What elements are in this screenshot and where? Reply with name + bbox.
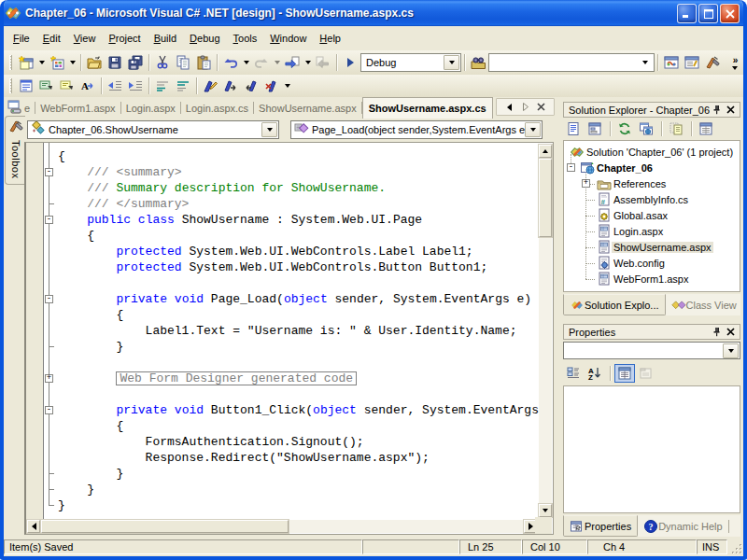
redo-dropdown[interactable] xyxy=(272,52,282,73)
previous-bookmark-button[interactable] xyxy=(241,76,261,96)
tree-item-login-aspx[interactable]: Login.aspx xyxy=(564,223,665,239)
properties-button[interactable] xyxy=(696,119,716,138)
scroll-tabs-right-button[interactable] xyxy=(518,100,532,114)
navigate-backward-dropdown[interactable] xyxy=(303,52,313,73)
copy-web-project-button[interactable] xyxy=(636,119,656,138)
add-item-dropdown[interactable] xyxy=(67,52,78,73)
add-item-button[interactable] xyxy=(47,52,67,73)
start-button[interactable] xyxy=(340,52,360,73)
properties-close-icon[interactable] xyxy=(724,326,738,339)
close-button[interactable] xyxy=(720,4,740,23)
document-tab[interactable]: WebForm1.aspx xyxy=(35,97,120,119)
menu-debug[interactable]: Debug xyxy=(183,28,226,49)
menu-edit[interactable]: Edit xyxy=(36,28,67,49)
clear-bookmarks-button[interactable] xyxy=(261,76,282,96)
menu-build[interactable]: Build xyxy=(148,28,183,49)
toolbar-gripper[interactable] xyxy=(9,78,12,93)
paste-button[interactable] xyxy=(193,52,214,73)
find-combo-dropdown[interactable] xyxy=(637,55,653,70)
save-button[interactable] xyxy=(105,52,125,73)
properties-grid[interactable] xyxy=(563,385,740,513)
open-file-button[interactable] xyxy=(84,52,105,73)
undo-button[interactable] xyxy=(220,52,241,73)
collapse-region-button[interactable]: - xyxy=(45,406,53,414)
collapsed-region[interactable]: Web Form Designer generated code xyxy=(116,371,357,385)
decrease-indent-button[interactable] xyxy=(105,76,125,96)
toolbox-button[interactable] xyxy=(702,52,723,73)
collapse-region-button[interactable]: - xyxy=(45,216,53,224)
comment-block-button[interactable] xyxy=(152,76,173,96)
minimize-button[interactable] xyxy=(677,4,697,23)
next-bookmark-button[interactable] xyxy=(220,76,241,96)
menu-help[interactable]: Help xyxy=(313,28,347,49)
panel-tab-dynamic-help[interactable]: ?Dynamic Help xyxy=(638,515,727,537)
maximize-button[interactable] xyxy=(698,4,718,23)
horizontal-scrollbar[interactable] xyxy=(27,520,537,533)
tree-item-webform1-aspx[interactable]: WebForm1.aspx xyxy=(564,271,691,287)
collapse-node-button[interactable]: - xyxy=(567,163,575,172)
code-text[interactable]: { /// <summary> /// Summary description … xyxy=(58,143,539,520)
view-code-button[interactable] xyxy=(563,119,584,138)
server-explorer-tab[interactable] xyxy=(7,99,21,116)
categorized-button[interactable] xyxy=(563,364,584,383)
properties-combo-dropdown[interactable] xyxy=(723,343,739,358)
document-tab-partial[interactable]: e xyxy=(21,97,35,119)
menu-tools[interactable]: Tools xyxy=(227,28,264,49)
vertical-scrollbar[interactable] xyxy=(539,145,552,517)
scroll-down-button[interactable] xyxy=(539,504,552,517)
menu-view[interactable]: View xyxy=(67,28,103,49)
types-combo-dropdown[interactable] xyxy=(261,122,277,137)
solution-explorer-button[interactable] xyxy=(661,52,682,73)
document-tab[interactable]: Login.aspx.cs xyxy=(181,97,253,119)
uncomment-block-button[interactable] xyxy=(173,76,193,96)
expand-region-button[interactable]: + xyxy=(45,374,53,383)
complete-word-button[interactable]: A xyxy=(78,76,98,96)
document-tab[interactable]: ShowUsername.aspx xyxy=(254,97,361,119)
scroll-up-button[interactable] xyxy=(539,145,552,158)
resize-grip[interactable] xyxy=(731,543,743,555)
expand-node-button[interactable]: + xyxy=(582,179,590,188)
collapse-region-button[interactable]: - xyxy=(45,168,53,176)
menu-window[interactable]: Window xyxy=(263,28,313,49)
toggle-bookmark-button[interactable] xyxy=(200,76,220,96)
cut-button[interactable] xyxy=(152,52,173,73)
properties-sheet-button[interactable] xyxy=(614,364,635,383)
parameter-info-button[interactable] xyxy=(36,76,57,96)
tree-item-chapter-06[interactable]: Chapter_06 xyxy=(564,160,655,175)
refresh-button[interactable] xyxy=(614,119,635,138)
tree-item-solution-chapter-06-1-project-[interactable]: Solution 'Chapter_06' (1 project) xyxy=(564,144,735,160)
vscroll-thumb[interactable] xyxy=(539,159,552,237)
toolbar-options-dropdown[interactable] xyxy=(282,76,292,96)
menu-project[interactable]: Project xyxy=(102,28,147,49)
member-list-button[interactable] xyxy=(16,76,36,96)
members-combo-dropdown[interactable] xyxy=(525,122,541,137)
panel-tab-solution-explo-[interactable]: Solution Explo... xyxy=(563,294,666,315)
copy-button[interactable] xyxy=(173,52,193,73)
new-project-button[interactable] xyxy=(16,52,36,73)
show-all-files-button[interactable] xyxy=(666,119,686,138)
new-project-dropdown[interactable] xyxy=(36,52,47,73)
solution-explorer-tree[interactable]: Solution 'Chapter_06' (1 project)Chapter… xyxy=(563,140,740,292)
pushpin-icon[interactable] xyxy=(710,326,724,339)
toolbar-overflow-chevron[interactable]: » xyxy=(728,56,741,70)
undo-dropdown[interactable] xyxy=(241,52,251,73)
panel-tab-properties[interactable]: Properties xyxy=(563,515,638,537)
properties-window-button[interactable] xyxy=(682,52,702,73)
solution-configurations-combo-dropdown[interactable] xyxy=(444,55,459,70)
document-tab-active[interactable]: ShowUsername.aspx.cs xyxy=(362,97,493,119)
menu-file[interactable]: File xyxy=(7,28,36,49)
find-combo[interactable] xyxy=(488,53,655,72)
pushpin-icon[interactable] xyxy=(710,104,724,117)
tree-item-assemblyinfo-cs[interactable]: #AssemblyInfo.cs xyxy=(564,191,690,207)
members-combo[interactable]: Page_Load(object sender,System.EventArgs… xyxy=(290,120,543,139)
properties-header[interactable]: Properties xyxy=(563,324,740,340)
types-combo[interactable]: Chapter_06.ShowUsername xyxy=(27,120,279,139)
hscroll-thumb[interactable] xyxy=(41,520,289,533)
alphabetical-button[interactable]: AZ xyxy=(585,364,605,383)
tree-item-showusername-aspx[interactable]: ShowUsername.aspx xyxy=(564,239,713,255)
increase-indent-button[interactable] xyxy=(125,76,146,96)
navigate-backward-button[interactable] xyxy=(282,52,303,73)
code-editor[interactable]: ---+- { /// <summary> /// Summary descri… xyxy=(24,142,554,535)
tree-item-web-config[interactable]: Web.config xyxy=(564,255,667,271)
quick-info-button[interactable] xyxy=(57,76,78,96)
